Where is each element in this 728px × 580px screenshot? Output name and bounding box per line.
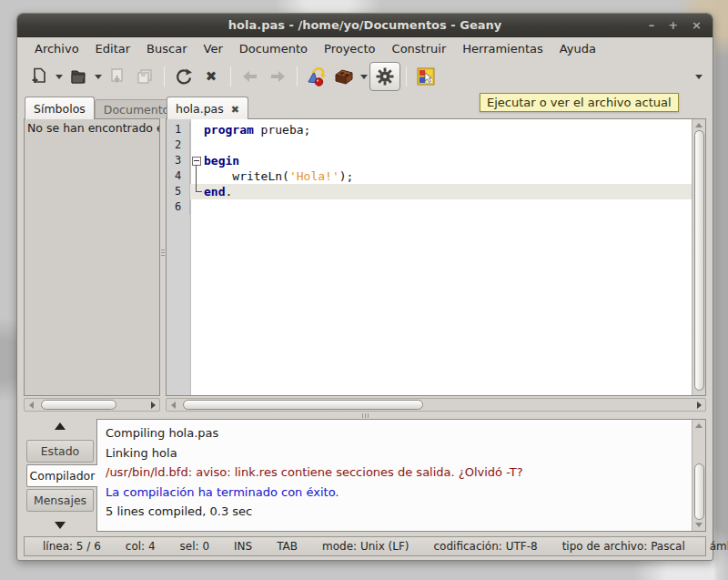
fold-marker-line — [190, 168, 204, 184]
maximize-button[interactable]: + — [668, 14, 678, 37]
message-panel-splitter[interactable] — [17, 412, 713, 419]
close-button[interactable]: × — [692, 14, 702, 37]
compiler-message: La compilación ha terminado con éxito. — [106, 483, 683, 503]
scroll-left-icon[interactable] — [26, 402, 35, 409]
scrollbar-thumb[interactable] — [694, 463, 704, 520]
save-icon — [107, 66, 127, 86]
fold-margin — [190, 199, 204, 215]
code-line-6: 6 — [167, 199, 692, 215]
tab-hola-pas[interactable]: hola.pas✖ — [167, 97, 248, 119]
navigate-forward-button[interactable] — [264, 63, 291, 90]
save-all-button[interactable] — [131, 63, 158, 90]
menu-item-archivo[interactable]: Archivo — [26, 39, 87, 58]
code-line-3: 3begin — [167, 153, 692, 168]
scroll-right-icon[interactable] — [694, 402, 703, 409]
color-chooser-button[interactable] — [412, 63, 440, 90]
compiler-message: Compiling hola.pas — [106, 423, 683, 443]
editor-vertical-scrollbar[interactable] — [692, 119, 705, 395]
compiler-message: Linking hola — [106, 443, 683, 463]
scroll-right-icon[interactable] — [148, 402, 157, 409]
menu-item-ver[interactable]: Ver — [196, 39, 231, 58]
menu-item-herramientas[interactable]: Herramientas — [454, 39, 551, 58]
sidebar-tabs: SímbolosDocumentos — [24, 94, 160, 118]
sidebar-horizontal-scrollbar[interactable] — [24, 398, 160, 412]
compiler-output-lines[interactable]: Compiling hola.pasLinking hola/usr/bin/l… — [97, 420, 692, 531]
toolbar-separator — [230, 66, 231, 86]
chevron-down-icon — [360, 75, 368, 79]
save-button[interactable] — [104, 63, 131, 90]
compile-button[interactable] — [303, 63, 330, 90]
code-area[interactable]: 1program prueba;23begin4 writeLn('Hola!'… — [167, 119, 692, 395]
new-file-dropdown[interactable] — [53, 63, 65, 90]
window-title: hola.pas - /home/yo/Documentos - Geany — [17, 18, 713, 32]
status-sel: sel: 0 — [180, 540, 209, 553]
line-number: 1 — [167, 122, 190, 137]
sidebar: SímbolosDocumentos No se han encontrado … — [24, 94, 160, 412]
code-segment: prueba; — [254, 123, 311, 137]
chevron-down-icon — [56, 75, 63, 79]
message-vertical-scrollbar[interactable] — [692, 420, 705, 531]
toolbar-separator — [406, 66, 407, 86]
arrow-left-icon — [240, 66, 260, 86]
message-tab-mensajes[interactable]: Mensajes — [26, 489, 94, 512]
minimize-button[interactable]: – — [649, 14, 655, 37]
message-tab-compilador[interactable]: Compilador — [26, 464, 97, 487]
open-file-button[interactable] — [65, 63, 92, 90]
code-text: program prueba; — [204, 122, 310, 137]
new-document-icon — [29, 66, 49, 86]
main-area: SímbolosDocumentos No se han encontrado … — [17, 94, 713, 412]
scroll-down-icon[interactable] — [695, 523, 703, 527]
scroll-left-icon[interactable] — [168, 402, 177, 409]
toolbar-separator — [164, 66, 165, 86]
scrollbar-thumb[interactable] — [694, 130, 704, 391]
fold-marker-open[interactable] — [190, 153, 204, 168]
new-file-button[interactable] — [25, 63, 53, 90]
scroll-up-icon[interactable] — [695, 423, 703, 428]
scroll-up-icon[interactable] — [695, 123, 703, 127]
reload-button[interactable] — [170, 63, 197, 90]
build-button[interactable] — [330, 63, 358, 90]
menu-item-proyecto[interactable]: Proyecto — [316, 39, 384, 58]
sidebar-tab-simbolos[interactable]: Símbolos — [25, 97, 95, 119]
message-tab-estado[interactable]: Estado — [26, 440, 94, 463]
tabs-scroll-down-button[interactable] — [24, 519, 96, 531]
execute-tooltip: Ejecutar o ver el archivo actual — [480, 93, 679, 112]
execute-gear-icon — [375, 66, 395, 86]
menu-item-editar[interactable]: Editar — [87, 39, 139, 58]
execute-button[interactable] — [369, 62, 400, 91]
compile-icon — [306, 66, 328, 87]
fold-margin — [190, 137, 204, 153]
menu-item-documento[interactable]: Documento — [231, 39, 316, 58]
open-file-dropdown[interactable] — [92, 63, 104, 90]
tab-label: hola.pas — [176, 102, 224, 116]
toolbar-overflow-dropdown[interactable] — [693, 63, 704, 90]
menu-item-construir[interactable]: Construir — [384, 39, 455, 58]
code-line-1: 1program prueba; — [167, 122, 692, 137]
code-segment: end — [204, 185, 225, 198]
build-dropdown[interactable] — [358, 63, 369, 90]
line-number: 5 — [167, 184, 190, 199]
code-text: writeLn('Hola!'); — [204, 168, 353, 184]
compiler-output: Compiling hola.pasLinking hola/usr/bin/l… — [96, 419, 706, 532]
triangle-down-icon — [55, 522, 66, 529]
editor-horizontal-scrollbar[interactable] — [166, 398, 706, 412]
open-folder-icon — [68, 66, 88, 86]
navigate-back-button[interactable] — [237, 63, 264, 90]
compiler-message: 5 lines compiled, 0.3 sec — [106, 502, 683, 522]
fold-marker-end — [190, 184, 204, 199]
tab-close-icon[interactable]: ✖ — [231, 104, 239, 116]
editor: 1program prueba;23begin4 writeLn('Hola!'… — [166, 118, 706, 396]
scrollbar-thumb[interactable] — [41, 400, 117, 410]
tabs-scroll-up-button[interactable] — [24, 420, 96, 432]
editor-panel: hola.pas✖ 1program prueba;23begin4 write… — [166, 94, 706, 412]
symbols-list[interactable]: No se han encontrado e — [24, 118, 160, 396]
close-document-button[interactable]: ✖ — [197, 63, 225, 90]
toolbar: ✖ — [17, 59, 713, 94]
menu-item-ayuda[interactable]: Ayuda — [551, 39, 604, 58]
compiler-message: /usr/bin/ld.bfd: aviso: link.res contien… — [106, 463, 683, 483]
scrollbar-thumb[interactable] — [183, 400, 424, 410]
titlebar[interactable]: hola.pas - /home/yo/Documentos - Geany –… — [17, 14, 713, 37]
menu-item-buscar[interactable]: Buscar — [138, 39, 195, 58]
code-segment: . — [225, 185, 232, 198]
status-ambito: ámbito: desconocido — [710, 540, 728, 553]
